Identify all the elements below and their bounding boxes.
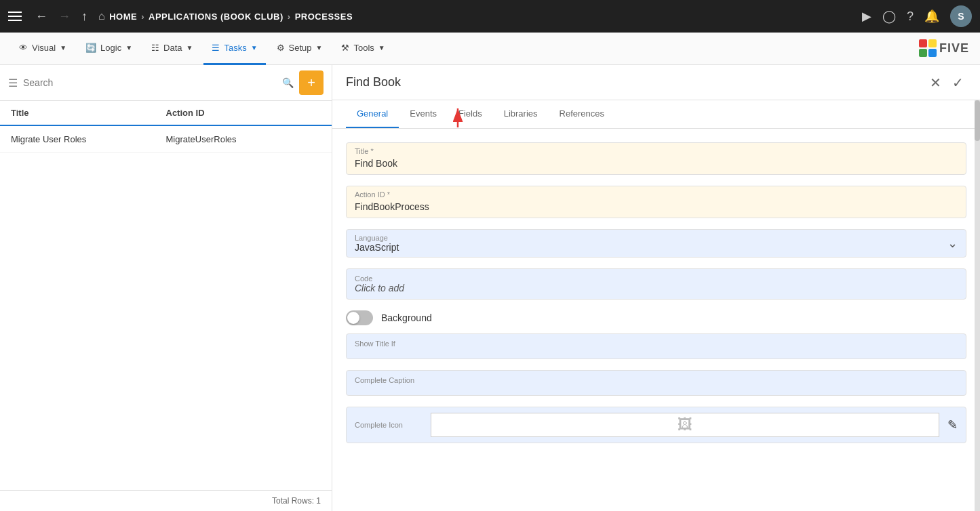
- icon-preview: 🖼: [431, 413, 939, 437]
- svg-rect-0: [919, 39, 927, 47]
- nav-logic-label: Logic: [100, 43, 121, 53]
- background-label: Background: [381, 312, 432, 323]
- tab-fields[interactable]: Fields: [448, 100, 493, 128]
- up-button[interactable]: ↑: [79, 7, 90, 26]
- tasks-icon: ☰: [212, 43, 220, 53]
- nav-tasks[interactable]: ☰ Tasks ▼: [203, 33, 265, 65]
- search-icon: 🔍: [282, 77, 294, 88]
- edit-icon[interactable]: ✎: [947, 417, 958, 432]
- tab-general[interactable]: General: [346, 100, 399, 128]
- panel-title: Find Book: [346, 75, 927, 89]
- code-label: Code: [355, 274, 958, 283]
- tab-references[interactable]: References: [549, 100, 615, 128]
- top-right-icons: ▶ ◯ ? 🔔 S: [862, 5, 972, 27]
- language-label: Language: [355, 234, 931, 242]
- data-arrow: ▼: [187, 44, 193, 52]
- tools-icon: ⚒: [341, 43, 349, 53]
- table-body: Migrate User Roles MigrateUserRoles: [0, 126, 332, 490]
- title-label: Title *: [347, 143, 966, 155]
- tab-libraries[interactable]: Libraries: [493, 100, 549, 128]
- avatar[interactable]: S: [950, 5, 972, 27]
- record-icon[interactable]: ◯: [882, 9, 896, 24]
- code-field[interactable]: Code Click to add: [346, 268, 966, 300]
- back-button[interactable]: ←: [33, 7, 50, 26]
- svg-rect-3: [928, 49, 937, 57]
- breadcrumb-processes[interactable]: PROCESSES: [295, 12, 353, 22]
- col-header-title: Title: [11, 108, 166, 118]
- row-actionid: MigrateUserRoles: [166, 134, 321, 144]
- showtitleif-label: Show Title If: [355, 340, 958, 348]
- title-input[interactable]: [347, 155, 966, 174]
- nav-visual-label: Visual: [32, 43, 56, 53]
- confirm-button[interactable]: ✓: [949, 72, 966, 94]
- actionid-field-group: Action ID *: [346, 186, 966, 218]
- forward-button[interactable]: →: [56, 7, 73, 26]
- code-field-group: Code Click to add: [346, 268, 966, 300]
- col-header-actionid: Action ID: [166, 108, 321, 118]
- language-field-group: Language JavaScript ⌄: [346, 229, 966, 258]
- nav-setup[interactable]: ⚙ Setup ▼: [269, 33, 331, 65]
- add-button[interactable]: +: [299, 70, 324, 95]
- completecaption-field[interactable]: Complete Caption: [346, 370, 966, 396]
- showtitleif-field-group: Show Title If: [346, 333, 966, 359]
- logic-icon: 🔄: [85, 43, 96, 53]
- table-row[interactable]: Migrate User Roles MigrateUserRoles: [0, 126, 332, 153]
- background-row: Background: [346, 310, 966, 325]
- completeicon-field: Complete Icon 🖼 ✎: [346, 407, 966, 443]
- actionid-label: Action ID *: [347, 186, 966, 199]
- actionid-input[interactable]: [347, 199, 966, 218]
- tasks-arrow: ▼: [251, 44, 258, 52]
- close-button[interactable]: ✕: [927, 72, 944, 94]
- play-icon[interactable]: ▶: [862, 9, 871, 24]
- breadcrumb-app[interactable]: APPLICATIONS (BOOK CLUB): [149, 12, 283, 22]
- image-placeholder-icon: 🖼: [678, 416, 692, 434]
- toggle-knob: [347, 312, 359, 324]
- help-icon[interactable]: ?: [907, 9, 914, 24]
- filter-icon: ☰: [8, 77, 18, 89]
- five-logo: FIVE: [919, 39, 969, 58]
- header-actions: ✕ ✓: [927, 72, 966, 94]
- secondary-navbar: 👁 Visual ▼ 🔄 Logic ▼ ☷ Data ▼ ☰ Tasks ▼ …: [0, 33, 980, 65]
- scrollbar[interactable]: [975, 100, 980, 511]
- right-header: Find Book ✕ ✓: [332, 65, 980, 100]
- search-bar: ☰ 🔍 +: [0, 65, 332, 101]
- nav-tools-label: Tools: [353, 43, 374, 53]
- tabs: General Events Fields Libraries Referenc…: [332, 100, 980, 129]
- nav-data-label: Data: [163, 43, 182, 53]
- nav-visual[interactable]: 👁 Visual ▼: [11, 33, 75, 65]
- row-title: Migrate User Roles: [11, 134, 166, 144]
- hamburger-menu[interactable]: [8, 12, 22, 21]
- showtitleif-field[interactable]: Show Title If: [346, 333, 966, 359]
- breadcrumb-home[interactable]: HOME: [109, 12, 137, 22]
- nav-setup-label: Setup: [289, 43, 312, 53]
- nav-tasks-label: Tasks: [224, 43, 246, 53]
- completeicon-field-group: Complete Icon 🖼 ✎: [346, 407, 966, 443]
- language-select[interactable]: Language JavaScript ⌄: [346, 229, 966, 258]
- nav-data[interactable]: ☷ Data ▼: [143, 33, 201, 65]
- tab-events[interactable]: Events: [399, 100, 448, 128]
- gear-icon: ⚙: [277, 43, 285, 53]
- search-input[interactable]: [23, 77, 277, 88]
- completecaption-field-group: Complete Caption: [346, 370, 966, 396]
- title-field-wrapper: Title *: [346, 142, 966, 175]
- table-header: Title Action ID: [0, 101, 332, 126]
- svg-rect-1: [928, 39, 937, 47]
- background-toggle[interactable]: [346, 310, 373, 325]
- completeicon-label: Complete Icon: [355, 421, 423, 429]
- grid-icon: ☷: [151, 43, 159, 53]
- nav-tools[interactable]: ⚒ Tools ▼: [333, 33, 393, 65]
- table-footer: Total Rows: 1: [0, 490, 332, 511]
- logic-arrow: ▼: [125, 44, 132, 52]
- title-field-group: Title *: [346, 142, 966, 175]
- language-value: JavaScript: [355, 242, 931, 253]
- setup-arrow: ▼: [316, 44, 323, 52]
- code-value: Click to add: [355, 283, 958, 293]
- svg-rect-2: [919, 49, 927, 57]
- bell-icon[interactable]: 🔔: [924, 9, 939, 24]
- nav-logic[interactable]: 🔄 Logic ▼: [77, 33, 140, 65]
- breadcrumb: ⌂ HOME › APPLICATIONS (BOOK CLUB) › PROC…: [98, 10, 353, 22]
- visual-arrow: ▼: [60, 44, 66, 52]
- right-panel: Find Book ✕ ✓ General Events Fields Libr…: [332, 65, 980, 511]
- eye-icon: 👁: [19, 43, 28, 53]
- completecaption-label: Complete Caption: [355, 376, 958, 384]
